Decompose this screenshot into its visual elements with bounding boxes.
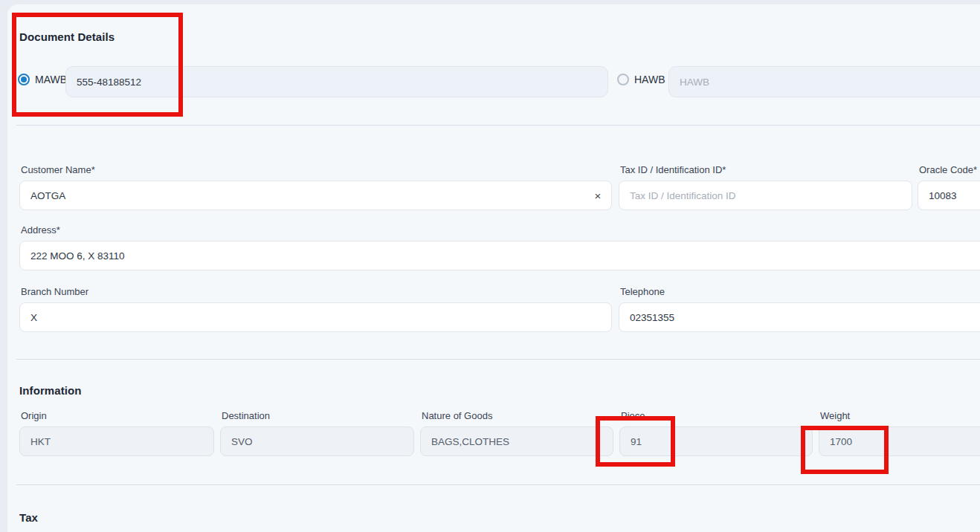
piece-field: Piece bbox=[619, 410, 813, 458]
origin-label: Origin bbox=[21, 410, 47, 421]
document-details-heading: Document Details bbox=[19, 30, 115, 43]
hawb-radio[interactable] bbox=[617, 74, 629, 85]
origin-field: Origin bbox=[19, 410, 214, 458]
address-label: Address* bbox=[21, 224, 60, 236]
mawb-radio-dot bbox=[21, 77, 27, 82]
telephone-input[interactable] bbox=[619, 302, 980, 332]
oracle-code-input[interactable] bbox=[918, 181, 980, 210]
piece-input bbox=[619, 426, 813, 456]
weight-label: Weight bbox=[820, 410, 850, 421]
mawb-number-input[interactable] bbox=[65, 66, 608, 97]
weight-field: Weight bbox=[819, 410, 980, 458]
customer-name-field: Customer Name* × bbox=[19, 164, 612, 210]
tax-heading: Tax bbox=[19, 511, 38, 524]
information-heading: Information bbox=[19, 384, 82, 397]
shipment-document-form-page: Document Details MAWB HAWB Customer Name… bbox=[0, 0, 980, 532]
destination-input bbox=[220, 426, 414, 456]
customer-name-label: Customer Name* bbox=[21, 164, 95, 175]
mawb-radio-group: MAWB bbox=[18, 74, 67, 85]
customer-name-input[interactable] bbox=[19, 181, 612, 210]
destination-field: Destination bbox=[220, 410, 414, 458]
branch-number-input[interactable] bbox=[19, 302, 612, 332]
address-input[interactable] bbox=[19, 241, 980, 270]
origin-input bbox=[19, 426, 214, 456]
tax-id-label: Tax ID / Identification ID* bbox=[620, 164, 726, 175]
branch-number-label: Branch Number bbox=[21, 286, 88, 297]
address-field: Address* bbox=[19, 224, 980, 270]
customer-name-clear-icon[interactable]: × bbox=[588, 181, 607, 210]
divider-document-details bbox=[16, 125, 980, 126]
nature-of-goods-field: Nature of Goods bbox=[420, 410, 613, 458]
telephone-field: Telephone bbox=[619, 286, 980, 332]
tax-id-field: Tax ID / Identification ID* bbox=[619, 164, 912, 210]
branch-number-field: Branch Number bbox=[19, 286, 612, 332]
oracle-code-label: Oracle Code* bbox=[919, 164, 977, 175]
hawb-number-input[interactable] bbox=[668, 66, 980, 97]
mawb-radio[interactable] bbox=[18, 74, 30, 85]
telephone-label: Telephone bbox=[620, 286, 665, 297]
oracle-code-field: Oracle Code* bbox=[918, 164, 980, 210]
divider-information bbox=[16, 484, 980, 485]
piece-label: Piece bbox=[621, 410, 645, 421]
weight-input bbox=[819, 426, 980, 456]
hawb-radio-label[interactable]: HAWB bbox=[634, 74, 665, 85]
nature-of-goods-label: Nature of Goods bbox=[422, 410, 492, 421]
tax-id-input[interactable] bbox=[619, 181, 912, 210]
hawb-radio-group: HAWB bbox=[617, 74, 665, 85]
mawb-radio-label[interactable]: MAWB bbox=[35, 74, 67, 85]
divider-customer bbox=[16, 359, 980, 360]
destination-label: Destination bbox=[222, 410, 270, 421]
nature-of-goods-input bbox=[420, 426, 613, 456]
